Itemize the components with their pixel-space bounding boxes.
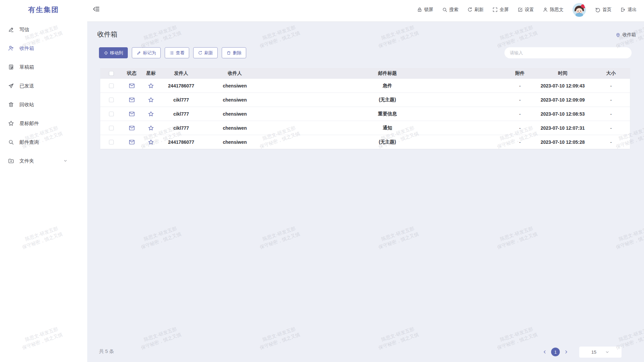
unread-mail-icon <box>129 83 135 88</box>
toolbar: 移动到 标记为 查看 刷新 <box>99 47 246 58</box>
settings-label: 设置 <box>525 7 534 13</box>
star-toggle-icon[interactable] <box>148 83 154 89</box>
sidebar-item-compose[interactable]: 写信 <box>0 20 87 39</box>
mail-row[interactable]: cikl777 chensiwen (无主题) - 2023-07-10 12:… <box>100 93 630 107</box>
mail-sender: 2441786077 <box>161 83 201 88</box>
mail-recipient: chensiwen <box>201 83 268 88</box>
row-checkbox[interactable] <box>109 98 114 102</box>
app-window: 有生集团 锁屏 搜索 刷新 <box>0 0 644 362</box>
view-button[interactable]: 查看 <box>165 47 189 58</box>
lock-icon <box>417 7 422 12</box>
star-toggle-icon[interactable] <box>148 125 154 131</box>
mail-subject: (无主题) <box>268 139 506 145</box>
mail-sender: cikl777 <box>161 111 201 117</box>
settings-button[interactable]: 设置 <box>518 7 534 13</box>
sidebar-item-trash[interactable]: 回收站 <box>0 95 87 114</box>
star-toggle-icon[interactable] <box>148 97 154 103</box>
mail-time: 2023-07-10 12:07:31 <box>533 125 592 131</box>
collapse-sidebar-button[interactable] <box>93 5 101 13</box>
mail-table: 状态 星标 发件人 收件人 邮件标题 附件 时间 大小 2441786077 c… <box>100 68 630 149</box>
delete-button[interactable]: 删除 <box>222 47 246 58</box>
logout-label: 退出 <box>628 7 637 13</box>
inbox-person-icon <box>8 45 14 51</box>
column-header-attachment: 附件 <box>506 70 533 76</box>
mail-attachment: - <box>506 83 533 88</box>
user-menu[interactable]: 陈思文 <box>543 7 564 13</box>
mail-subject: 急件 <box>268 83 506 89</box>
sidebar: 写信 收件箱 草稿箱 已发送 <box>0 19 87 362</box>
mail-row[interactable]: cikl777 chensiwen 通知 - 2023-07-10 12:07:… <box>100 121 630 135</box>
next-page-button[interactable] <box>562 348 570 356</box>
home-back-icon <box>595 7 600 12</box>
row-checkbox[interactable] <box>109 126 114 130</box>
search-input[interactable] <box>504 47 632 58</box>
delete-label: 删除 <box>233 50 241 56</box>
home-label: 首页 <box>602 7 611 13</box>
home-button[interactable]: 首页 <box>595 7 611 13</box>
mail-time: 2023-07-10 12:09:09 <box>533 97 592 103</box>
compose-icon <box>8 26 14 33</box>
lock-screen-button[interactable]: 锁屏 <box>417 7 433 13</box>
table-body: 2441786077 chensiwen 急件 - 2023-07-10 12:… <box>100 79 630 149</box>
collapse-sidebar-icon <box>93 5 100 13</box>
view-list-icon <box>169 51 174 55</box>
sidebar-item-inbox[interactable]: 收件箱 <box>0 39 87 58</box>
sidebar-item-label: 星标邮件 <box>19 120 39 127</box>
drafts-icon <box>8 64 14 70</box>
mail-attachment: - <box>506 125 533 131</box>
mail-size: - <box>592 125 630 131</box>
refresh-button[interactable]: 刷新 <box>467 7 484 13</box>
row-checkbox[interactable] <box>109 112 114 116</box>
page-title: 收件箱 <box>97 30 117 39</box>
mail-recipient: chensiwen <box>201 125 268 131</box>
user-avatar[interactable] <box>572 3 586 17</box>
star-toggle-icon[interactable] <box>148 111 154 117</box>
mail-time: 2023-07-10 12:09:43 <box>533 83 592 88</box>
move-to-button[interactable]: 移动到 <box>99 47 128 58</box>
sidebar-item-drafts[interactable]: 草稿箱 <box>0 58 87 76</box>
refresh-list-label: 刷新 <box>204 50 213 56</box>
page-number-1[interactable]: 1 <box>551 348 560 356</box>
mail-row[interactable]: 2441786077 chensiwen 急件 - 2023-07-10 12:… <box>100 79 630 93</box>
mail-recipient: chensiwen <box>201 139 268 145</box>
breadcrumb: 收件箱 <box>615 32 636 38</box>
refresh-list-button[interactable]: 刷新 <box>193 47 218 58</box>
star-toggle-icon[interactable] <box>148 139 154 145</box>
search-icon <box>8 139 14 145</box>
fullscreen-icon <box>492 7 498 12</box>
column-header-status: 状态 <box>122 70 141 76</box>
unread-mail-icon <box>129 97 135 103</box>
sidebar-item-starred[interactable]: 星标邮件 <box>0 114 87 133</box>
sidebar-item-label: 收件箱 <box>19 45 34 52</box>
mail-subject: 通知 <box>268 125 506 131</box>
select-all-checkbox[interactable] <box>109 71 114 76</box>
row-checkbox[interactable] <box>109 83 114 88</box>
unread-mail-icon <box>129 139 135 145</box>
mail-recipient: chensiwen <box>201 97 268 103</box>
refresh-icon <box>198 51 203 55</box>
mark-as-button[interactable]: 标记为 <box>132 47 161 58</box>
fullscreen-button[interactable]: 全屏 <box>492 7 509 13</box>
mail-row[interactable]: 2441786077 chensiwen (无主题) - 2023-07-10 … <box>100 135 630 149</box>
mail-row[interactable]: cikl777 chensiwen 重要信息 - 2023-07-10 12:0… <box>100 107 630 121</box>
trash-icon <box>8 102 14 108</box>
sidebar-item-folders[interactable]: 文件夹 <box>0 152 87 170</box>
app-logo: 有生集团 <box>0 0 87 19</box>
sidebar-item-label: 写信 <box>19 26 29 33</box>
page-size-select[interactable]: 15 <box>579 347 622 358</box>
row-checkbox[interactable] <box>109 140 114 144</box>
column-header-recipient: 收件人 <box>201 70 268 76</box>
column-header-size: 大小 <box>592 70 630 76</box>
sent-icon <box>8 83 14 89</box>
user-icon <box>543 7 548 12</box>
prev-page-button[interactable] <box>541 348 548 356</box>
mail-sender: 2441786077 <box>161 139 201 145</box>
logout-button[interactable]: 退出 <box>620 7 637 13</box>
search-button[interactable]: 搜索 <box>442 7 459 13</box>
delete-icon <box>226 51 231 55</box>
search-box <box>504 47 632 58</box>
sidebar-item-sent[interactable]: 已发送 <box>0 76 87 95</box>
mark-as-icon <box>137 51 141 55</box>
mail-time: 2023-07-10 12:05:28 <box>533 139 592 145</box>
sidebar-item-mail-search[interactable]: 邮件查询 <box>0 133 87 152</box>
